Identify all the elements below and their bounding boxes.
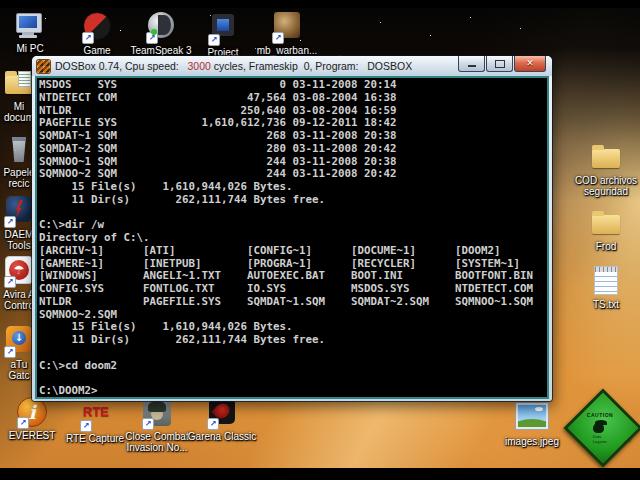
minimize-icon — [468, 65, 476, 67]
maximize-icon — [495, 60, 505, 68]
desktop-icon-teamspeak[interactable]: ↗ TeamSpeak 3 — [128, 10, 194, 57]
desktop-icon-mi-pc[interactable]: Mi PC — [0, 10, 60, 55]
recycle-bin-icon — [10, 137, 28, 162]
cpu-cycles-value: 3000 — [188, 60, 211, 72]
caution-title: CAUTION — [587, 412, 613, 418]
dosbox-window: DOSBox 0.74, Cpu speed: 3000 cycles, Fra… — [32, 56, 552, 401]
icon-label: images.jpeg — [494, 437, 570, 448]
dos-terminal[interactable]: MSDOS SYS 0 03-11-2008 20:14 NTDETECT CO… — [35, 76, 549, 399]
folder-icon — [592, 215, 620, 234]
window-titlebar[interactable]: DOSBox 0.74, Cpu speed: 3000 cycles, Fra… — [32, 56, 552, 76]
desktop-icon-caution-sign[interactable]: CAUTION Dota Lagarto — [565, 390, 635, 460]
maximize-button[interactable] — [486, 56, 513, 72]
shortcut-arrow-icon: ↗ — [4, 346, 16, 358]
desktop-icon-ts-txt[interactable]: TS.txt — [568, 264, 640, 311]
letterbox-bar-top — [0, 0, 640, 8]
letterbox-bar-bottom — [0, 468, 640, 480]
icon-label: Mi PC — [0, 44, 60, 55]
desktop: Mi PC ↗ Game ↗ TeamSpeak 3 ↗ Project ↗ m… — [0, 0, 640, 480]
terminal-output: MSDOS SYS 0 03-11-2008 20:14 NTDETECT CO… — [37, 78, 547, 399]
caution-subtext: Dota Lagarto — [593, 435, 607, 444]
computer-icon — [14, 10, 46, 42]
shortcut-arrow-icon: ↗ — [17, 417, 29, 429]
shortcut-arrow-icon: ↗ — [82, 32, 94, 44]
teamspeak-icon — [148, 12, 174, 38]
caption-buttons: ✕ — [457, 56, 546, 72]
picture-icon — [516, 403, 548, 429]
icon-label: COD archivos seguridad — [568, 176, 640, 197]
shortcut-arrow-icon: ↗ — [4, 276, 16, 288]
desktop-icon-cod-archivos[interactable]: COD archivos seguridad — [568, 142, 640, 197]
folder-icon — [592, 149, 620, 168]
shortcut-arrow-icon: ↗ — [208, 34, 220, 46]
shortcut-arrow-icon: ↗ — [80, 420, 92, 432]
shortcut-arrow-icon: ↗ — [4, 216, 16, 228]
minimize-button[interactable] — [458, 56, 485, 72]
desktop-icon-mb-warband[interactable]: ↗ mb_warban... — [252, 10, 322, 57]
icon-label: Garena Classic — [182, 432, 262, 443]
close-icon: ✕ — [526, 59, 534, 68]
shortcut-arrow-icon: ↗ — [207, 418, 219, 430]
icon-label: Game — [67, 46, 127, 57]
starfield-decoration — [0, 8, 1, 9]
text-file-icon — [594, 266, 618, 295]
icon-label: mb_warban... — [252, 46, 322, 57]
dosbox-icon — [37, 60, 50, 73]
shortcut-arrow-icon: ↗ — [142, 418, 154, 430]
desktop-icon-project[interactable]: ↗ Project — [193, 10, 253, 59]
project-icon — [212, 14, 234, 36]
window-title: DOSBox 0.74, Cpu speed: 3000 cycles, Fra… — [55, 60, 412, 72]
desktop-icon-garena-classic[interactable]: ↗ Garena Classic — [182, 396, 262, 443]
icon-label: EVEREST — [0, 431, 66, 442]
icon-label: TeamSpeak 3 — [128, 46, 194, 57]
shortcut-arrow-icon: ↗ — [272, 32, 284, 44]
desktop-icon-frod[interactable]: Frod — [568, 208, 640, 253]
desktop-icon-images-jpeg[interactable]: images.jpeg — [494, 398, 570, 448]
icon-label: Frod — [568, 242, 640, 253]
desktop-icon-game[interactable]: ↗ Game — [67, 10, 127, 57]
close-button[interactable]: ✕ — [514, 56, 546, 72]
spartan-helmet-icon — [593, 420, 607, 433]
desktop-icon-everest[interactable]: ↗ EVEREST — [0, 396, 66, 442]
icon-label: TS.txt — [568, 300, 640, 311]
